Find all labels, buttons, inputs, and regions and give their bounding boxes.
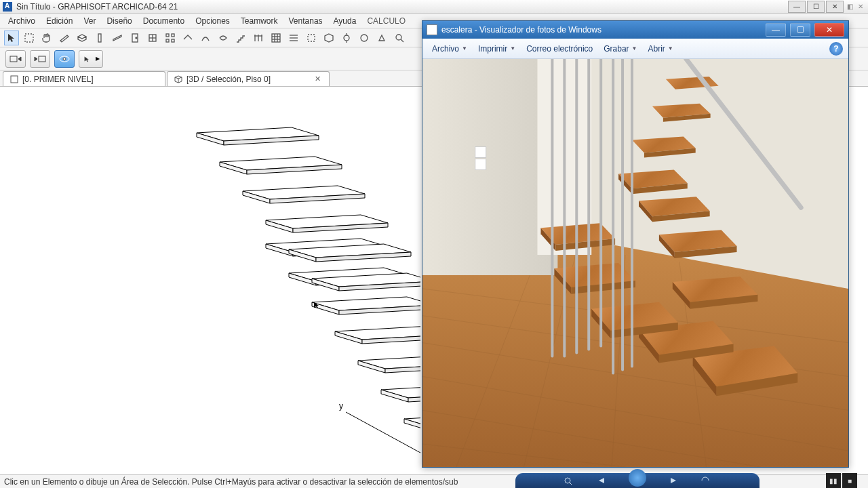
tool-stair[interactable]: [233, 30, 248, 45]
tool-mesh[interactable]: [286, 30, 301, 45]
cube-icon: [174, 75, 182, 83]
svg-point-33: [63, 58, 66, 60]
svg-line-29: [401, 39, 403, 42]
titlebar: Sin Título - GRAPHISOFT ARCHICAD-64 21 —…: [0, 0, 868, 14]
menu-ayuda[interactable]: Ayuda: [328, 16, 362, 26]
svg-rect-23: [308, 35, 315, 41]
tool-roof[interactable]: [180, 30, 195, 45]
photo-menu-abrir[interactable]: Abrir▼: [644, 41, 677, 56]
svg-rect-31: [39, 56, 45, 62]
media-rotate-icon[interactable]: [699, 476, 711, 485]
app-icon: [3, 2, 12, 12]
tool-detail[interactable]: [392, 30, 407, 45]
tool-door[interactable]: [127, 30, 142, 45]
menu-ver[interactable]: Ver: [78, 16, 101, 26]
axis-y-label: y: [339, 401, 343, 411]
panel-close-icon[interactable]: ✕: [856, 1, 865, 13]
photo-title-text: escalera - Visualizador de fotos de Wind…: [441, 25, 762, 35]
maximize-button[interactable]: ☐: [807, 1, 825, 13]
svg-rect-7: [166, 34, 169, 37]
tool-zone[interactable]: [304, 30, 319, 45]
view-3d-button[interactable]: [54, 50, 75, 68]
tab-label: [3D / Selección, Piso 0]: [186, 75, 309, 84]
tool-arrow[interactable]: [4, 30, 19, 45]
minimize-button[interactable]: —: [788, 1, 806, 13]
stop-button[interactable]: ■: [842, 473, 857, 488]
tool-section[interactable]: [357, 30, 372, 45]
photo-maximize-button[interactable]: ☐: [790, 23, 810, 37]
menu-opciones[interactable]: Opciones: [190, 16, 235, 26]
tab-floor-plan[interactable]: [0. PRIMER NIVEL]: [3, 71, 165, 86]
window-title: Sin Título - GRAPHISOFT ARCHICAD-64 21: [16, 2, 787, 12]
media-play-button[interactable]: [629, 469, 646, 487]
photo-app-icon: [427, 24, 437, 35]
svg-rect-30: [10, 56, 17, 62]
media-next-icon[interactable]: [667, 476, 679, 485]
tab-label: [0. PRIMER NIVEL]: [22, 75, 158, 84]
media-zoom-out-icon[interactable]: [564, 476, 576, 485]
svg-rect-10: [172, 39, 174, 42]
photo-close-button[interactable]: ✕: [814, 23, 844, 37]
svg-rect-15: [272, 34, 280, 42]
svg-line-61: [570, 483, 572, 485]
photo-menu-archivo[interactable]: Archivo▼: [428, 41, 471, 56]
status-text: Clic en un Elemento o dibuje un Área de …: [4, 477, 458, 487]
tool-window[interactable]: [145, 30, 160, 45]
svg-rect-9: [166, 39, 169, 42]
floorplan-icon: [10, 75, 18, 83]
tool-curtain[interactable]: [269, 30, 283, 45]
media-control-bar: [515, 473, 760, 488]
svg-rect-8: [172, 34, 174, 37]
svg-point-24: [344, 35, 349, 41]
photo-menu-imprimir[interactable]: Imprimir▼: [474, 41, 519, 56]
svg-point-60: [565, 478, 570, 483]
photo-viewer-window: escalera - Visualizador de fotos de Wind…: [422, 20, 849, 468]
menu-diseno[interactable]: Diseño: [101, 16, 137, 26]
tool-grid[interactable]: [163, 30, 178, 45]
svg-line-35: [346, 412, 420, 453]
svg-point-27: [361, 35, 368, 41]
tool-object[interactable]: [321, 30, 336, 45]
tool-railing[interactable]: [251, 30, 266, 45]
tool-marquee[interactable]: [22, 30, 37, 45]
menu-calculo[interactable]: CALCULO: [361, 16, 411, 26]
photo-menubar: Archivo▼ Imprimir▼ Correo electrónico Gr…: [422, 39, 848, 59]
recording-controls: ▮▮ ■: [825, 473, 857, 488]
photo-menu-correo[interactable]: Correo electrónico: [522, 41, 597, 56]
tool-hand[interactable]: [39, 30, 54, 45]
photo-minimize-button[interactable]: —: [766, 23, 786, 37]
menu-documento[interactable]: Documento: [138, 16, 190, 26]
tool-elev[interactable]: [374, 30, 389, 45]
svg-rect-49: [475, 147, 486, 158]
tool-column[interactable]: [92, 30, 107, 45]
svg-rect-50: [475, 159, 486, 169]
tool-wall[interactable]: [57, 30, 72, 45]
svg-rect-34: [11, 76, 18, 83]
panel-toggle-icon[interactable]: ◧: [845, 1, 854, 13]
photo-content: [422, 59, 848, 467]
media-prev-icon[interactable]: [596, 476, 608, 485]
svg-rect-0: [25, 34, 33, 42]
pause-button[interactable]: ▮▮: [826, 473, 841, 488]
menu-edicion[interactable]: Edición: [41, 16, 78, 26]
tool-lamp[interactable]: [339, 30, 354, 45]
tab-3d-view[interactable]: [3D / Selección, Piso 0] ✕: [167, 71, 330, 86]
svg-point-28: [396, 35, 401, 40]
menu-archivo[interactable]: Archivo: [3, 16, 41, 26]
tool-morph[interactable]: [216, 30, 231, 45]
help-icon[interactable]: ?: [829, 42, 843, 56]
tool-slab[interactable]: [75, 30, 90, 45]
photo-titlebar[interactable]: escalera - Visualizador de fotos de Wind…: [422, 21, 848, 39]
tab-close-icon[interactable]: ✕: [313, 75, 322, 83]
photo-menu-grabar[interactable]: Grabar▼: [599, 41, 641, 56]
tool-shell[interactable]: [198, 30, 213, 45]
view-front-button[interactable]: [5, 50, 26, 68]
menu-ventanas[interactable]: Ventanas: [283, 16, 328, 26]
close-button[interactable]: ✕: [826, 1, 844, 13]
menu-teamwork[interactable]: Teamwork: [235, 16, 283, 26]
tool-beam[interactable]: [110, 30, 125, 45]
view-back-button[interactable]: [30, 50, 50, 68]
svg-point-3: [136, 37, 137, 39]
arrow-dropdown-button[interactable]: ▶: [79, 50, 103, 68]
svg-rect-1: [98, 34, 101, 42]
